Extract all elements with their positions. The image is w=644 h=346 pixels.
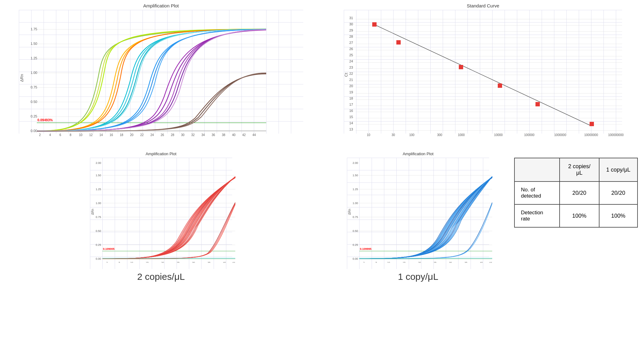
- svg-text:0.25: 0.25: [96, 243, 101, 246]
- svg-text:15: 15: [403, 261, 406, 263]
- svg-text:22: 22: [140, 133, 144, 137]
- svg-text:1.00: 1.00: [353, 202, 358, 205]
- svg-text:0.09493%: 0.09493%: [37, 118, 53, 122]
- svg-text:0.75: 0.75: [31, 85, 37, 89]
- svg-text:1.25: 1.25: [353, 188, 358, 191]
- svg-text:12: 12: [89, 133, 93, 137]
- svg-text:300: 300: [437, 133, 442, 137]
- svg-text:0.109995: 0.109995: [360, 247, 372, 250]
- svg-text:100000: 100000: [524, 133, 535, 137]
- svg-text:0.75: 0.75: [96, 216, 101, 219]
- svg-text:19: 19: [349, 90, 353, 94]
- table-col2-header: 1 copy/μL: [599, 158, 638, 182]
- amp-2copies-title: Amplification Plot: [146, 152, 177, 156]
- svg-text:22: 22: [349, 72, 353, 75]
- svg-text:20: 20: [161, 261, 164, 263]
- svg-text:1.25: 1.25: [31, 56, 37, 60]
- svg-text:25: 25: [349, 53, 353, 57]
- svg-text:0.50: 0.50: [31, 100, 37, 104]
- svg-text:0.00: 0.00: [31, 129, 37, 133]
- table-row-detection-rate: Detection rate 100% 100%: [514, 204, 638, 227]
- svg-text:10: 10: [387, 261, 390, 263]
- svg-text:13: 13: [349, 127, 353, 131]
- svg-text:40: 40: [480, 261, 483, 263]
- svg-rect-96: [396, 40, 401, 45]
- svg-text:24: 24: [349, 59, 353, 63]
- svg-text:14: 14: [349, 121, 353, 125]
- svg-text:18: 18: [349, 96, 353, 100]
- svg-text:28: 28: [171, 133, 174, 137]
- amp-2copies-label: 2 copies/μL: [137, 271, 185, 282]
- svg-text:34: 34: [201, 133, 205, 137]
- bottom-right-section: Amplification Plot 0.00 0.25 0.50 0.75 1…: [322, 148, 644, 322]
- table-row-detected: No. of detected 20/20 20/20: [514, 182, 638, 204]
- svg-text:40: 40: [232, 133, 236, 137]
- svg-text:1000: 1000: [458, 133, 465, 137]
- svg-rect-100: [590, 122, 594, 126]
- std-curve-title: Standard Curve: [325, 3, 641, 8]
- svg-text:20: 20: [418, 261, 421, 263]
- svg-rect-98: [498, 83, 502, 88]
- svg-text:42: 42: [242, 133, 246, 137]
- svg-text:38: 38: [222, 133, 225, 137]
- svg-text:2.00: 2.00: [353, 161, 358, 164]
- svg-text:0.50: 0.50: [353, 229, 358, 233]
- svg-text:1000000: 1000000: [554, 133, 566, 137]
- svg-text:29: 29: [349, 28, 353, 32]
- svg-text:1.50: 1.50: [31, 42, 37, 45]
- svg-line-94: [375, 25, 591, 126]
- svg-text:0.25: 0.25: [353, 243, 358, 246]
- svg-text:Ct: Ct: [344, 73, 348, 77]
- table-row1-val1: 20/20: [560, 182, 599, 204]
- svg-text:17: 17: [349, 103, 353, 106]
- amp-1copy-area: 0.00 0.25 0.50 0.75 1.00 1.25 1.50 2.00 …: [347, 158, 489, 269]
- svg-text:44: 44: [232, 261, 235, 263]
- svg-text:1.50: 1.50: [353, 174, 358, 177]
- svg-text:10: 10: [130, 261, 133, 263]
- svg-text:31: 31: [349, 16, 353, 20]
- table-row2-val2: 100%: [599, 204, 638, 227]
- svg-text:10: 10: [79, 133, 83, 137]
- amp-2copies-area: 0.00 0.25 0.50 0.75 1.00 1.25 1.50 2.00 …: [90, 158, 232, 269]
- svg-text:100: 100: [409, 133, 415, 137]
- amp-2copies-panel: Amplification Plot 0.00 0.25 0.50 0.75 1…: [0, 148, 322, 322]
- svg-text:ΔRn: ΔRn: [91, 209, 94, 215]
- svg-text:4: 4: [49, 133, 51, 137]
- amp-1copy-title: Amplification Plot: [403, 152, 433, 156]
- svg-text:0.00: 0.00: [96, 257, 101, 260]
- table-header-empty: [514, 158, 560, 182]
- amp-plot-main-svg: 0.00 0.25 0.50 0.75 1.00 1.25 1.50 1.75 …: [19, 10, 306, 137]
- amp-1copy-svg: 0.00 0.25 0.50 0.75 1.00 1.25 1.50 2.00 …: [347, 158, 495, 263]
- svg-text:10000: 10000: [494, 133, 503, 137]
- standard-curve-panel: Standard Curve 13 14 15 16 17 18 19 20 2…: [322, 0, 644, 148]
- amplification-plot-main: Amplification Plot 0.00 0.25 0.50 0.75 1…: [0, 0, 322, 148]
- svg-text:27: 27: [349, 41, 353, 45]
- amp-2copies-svg: 0.00 0.25 0.50 0.75 1.00 1.25 1.50 2.00 …: [90, 158, 238, 263]
- amp-1copy-label: 1 copy/μL: [398, 271, 438, 282]
- svg-text:44: 44: [252, 133, 256, 137]
- svg-text:23: 23: [349, 66, 353, 69]
- svg-text:35: 35: [207, 261, 210, 263]
- svg-text:36: 36: [211, 133, 215, 137]
- svg-text:16: 16: [349, 109, 353, 113]
- svg-text:32: 32: [191, 133, 195, 137]
- svg-text:1.00: 1.00: [96, 202, 101, 205]
- svg-text:1.00: 1.00: [31, 71, 37, 75]
- svg-text:0.00: 0.00: [353, 257, 358, 260]
- svg-text:28: 28: [349, 35, 353, 38]
- svg-text:21: 21: [349, 78, 353, 82]
- svg-text:0.109005: 0.109005: [103, 247, 115, 250]
- svg-text:14: 14: [99, 133, 103, 137]
- svg-text:30: 30: [449, 261, 452, 263]
- svg-text:1.50: 1.50: [96, 174, 101, 177]
- svg-text:0.25: 0.25: [31, 114, 37, 118]
- svg-text:30: 30: [181, 133, 185, 137]
- svg-rect-99: [535, 102, 540, 106]
- table-row2-val1: 100%: [560, 204, 599, 227]
- svg-text:5: 5: [376, 261, 377, 263]
- svg-text:100000000: 100000000: [608, 133, 624, 137]
- svg-rect-95: [372, 22, 377, 27]
- svg-text:26: 26: [160, 133, 164, 137]
- svg-text:2: 2: [39, 133, 41, 137]
- svg-text:ΔRn: ΔRn: [19, 74, 24, 82]
